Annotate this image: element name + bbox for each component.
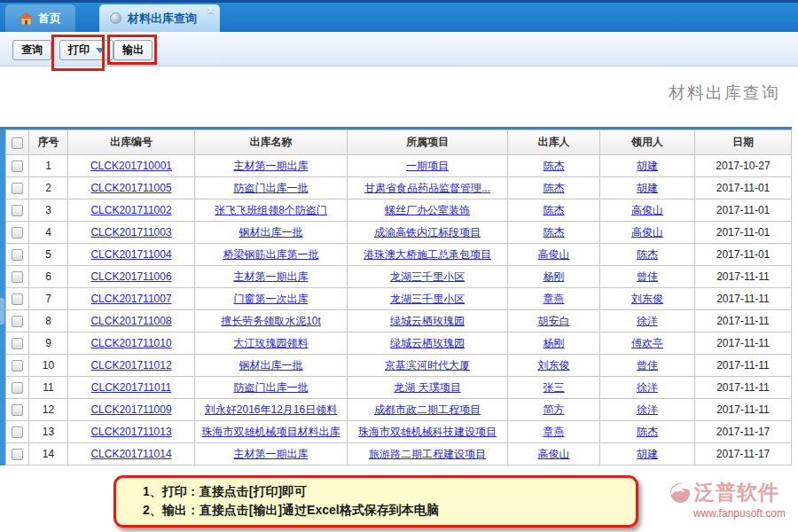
row-checkbox[interactable]	[12, 227, 23, 239]
select-all-checkbox[interactable]	[12, 137, 23, 149]
receiver-link[interactable]: 陈杰	[637, 426, 658, 438]
output-button[interactable]: 输出	[113, 40, 153, 60]
project-link[interactable]: 绿城云栖玫瑰园	[390, 337, 465, 349]
outbound-name-link[interactable]: 刘永好2016年12月16日领料	[205, 403, 337, 416]
issuer-link[interactable]: 章燕	[544, 426, 565, 438]
receiver-link[interactable]: 胡建	[637, 182, 658, 194]
outbound-code-link[interactable]: CLCK201711004	[90, 248, 171, 261]
project-link[interactable]: 甘肃省食品药品监督管理...	[364, 182, 490, 194]
table-row: 3CLCK201711002张飞飞班组领8个防盗门螺丝厂办公室装饰陈杰高俊山20…	[6, 200, 792, 222]
row-checkbox[interactable]	[12, 404, 23, 416]
sphere-icon	[110, 12, 121, 24]
outbound-code-link[interactable]: CLCK201711006	[90, 270, 171, 283]
issuer-link[interactable]: 陈杰	[544, 204, 565, 216]
issuer-link[interactable]: 杨刚	[544, 270, 565, 283]
receiver-link[interactable]: 胡建	[637, 160, 658, 172]
receiver-link[interactable]: 曾佳	[637, 359, 658, 372]
outbound-name-link[interactable]: 珠海市双雄机械项目材料出库	[202, 426, 340, 438]
receiver-link[interactable]: 曾佳	[637, 270, 658, 283]
receiver-link[interactable]: 陈杰	[637, 248, 658, 261]
outbound-code-link[interactable]: CLCK201711005	[90, 182, 171, 194]
query-button[interactable]: 查询	[12, 40, 51, 60]
receiver-link[interactable]: 徐洋	[637, 381, 658, 394]
outbound-code-link[interactable]: CLCK201711002	[90, 204, 171, 216]
outbound-code-link[interactable]: CLCK201711014	[90, 448, 171, 460]
project-link[interactable]: 螺丝厂办公室装饰	[385, 204, 470, 216]
project-link[interactable]: 旅游路二期工程建设项目	[369, 448, 486, 460]
row-checkbox[interactable]	[12, 360, 23, 372]
row-checkbox[interactable]	[12, 449, 23, 460]
issuer-link[interactable]: 杨刚	[544, 337, 565, 349]
project-link[interactable]: 一期项目	[406, 160, 449, 172]
receiver-link[interactable]: 傅欢亭	[631, 337, 663, 349]
issuer-link[interactable]: 简方	[544, 403, 565, 416]
project-link[interactable]: 珠海市双雄机械科技建设项目	[358, 426, 497, 438]
outbound-code-link[interactable]: CLCK201711003	[90, 226, 171, 239]
outbound-code-link[interactable]: CLCK201711012	[90, 359, 171, 372]
row-checkbox[interactable]	[12, 205, 23, 216]
tab-home[interactable]: 首页	[5, 4, 75, 32]
outbound-code-link[interactable]: CLCK201710001	[90, 160, 172, 172]
receiver-link[interactable]: 徐洋	[637, 315, 658, 327]
receiver-link[interactable]: 高俊山	[631, 204, 663, 216]
issuer-link[interactable]: 陈杰	[544, 226, 565, 239]
outbound-name-link[interactable]: 大江玫瑰园领料	[234, 337, 309, 349]
issuer-link[interactable]: 陈杰	[544, 182, 565, 194]
outbound-name-link[interactable]: 钢材出库一批	[239, 359, 303, 372]
project-link[interactable]: 港珠澳大桥施工总承包项目	[364, 248, 491, 261]
project-link[interactable]: 龙湖三千里小区	[390, 270, 465, 283]
row-checkbox[interactable]	[12, 160, 23, 172]
project-link[interactable]: 京基滨河时代大厦	[385, 359, 470, 372]
project-link[interactable]: 龙湖 天璞项目	[394, 381, 460, 394]
issuer-link[interactable]: 陈杰	[544, 160, 565, 172]
row-checkbox[interactable]	[12, 382, 23, 394]
outbound-name-link[interactable]: 防盗门出库一批	[234, 381, 309, 394]
row-checkbox[interactable]	[12, 293, 23, 305]
outbound-code-link[interactable]: CLCK201711010	[90, 337, 171, 349]
panel-collapse-handle[interactable]	[0, 298, 4, 325]
receiver-link[interactable]: 高俊山	[631, 226, 663, 239]
issuer-link[interactable]: 胡安白	[538, 315, 570, 327]
fanpu-logo-icon	[669, 481, 692, 505]
issuer-link[interactable]: 章燕	[544, 293, 565, 305]
row-checkbox[interactable]	[12, 338, 23, 349]
outbound-name-link[interactable]: 擅长劳务领取水泥10t	[221, 315, 321, 327]
outbound-code-link[interactable]: CLCK201711007	[90, 293, 171, 305]
outbound-code-link[interactable]: CLCK201711011	[91, 381, 171, 394]
row-checkbox[interactable]	[12, 271, 23, 283]
project-link[interactable]: 成渝高铁内江标段项目	[374, 226, 481, 239]
issuer-link[interactable]: 高俊山	[538, 448, 570, 460]
tab-material-outbound-query[interactable]: 材料出库查询 ×	[99, 4, 220, 32]
outbound-name-link[interactable]: 主材第一期出库	[234, 270, 309, 283]
outbound-name-link[interactable]: 钢材出库一批	[239, 226, 303, 239]
outbound-code-link[interactable]: CLCK201711009	[90, 403, 171, 416]
close-icon[interactable]: ×	[207, 5, 214, 16]
outbound-name-link[interactable]: 门窗第一次出库	[234, 293, 309, 305]
issuer-link[interactable]: 刘东俊	[538, 359, 570, 372]
outbound-code-link[interactable]: CLCK201711013	[90, 426, 171, 438]
row-checkbox[interactable]	[12, 183, 23, 194]
issuer-link[interactable]: 高俊山	[538, 248, 570, 261]
row-checkbox[interactable]	[12, 249, 23, 261]
issuer-link[interactable]: 张三	[544, 381, 565, 394]
outbound-name-link[interactable]: 主材第一期出库	[234, 160, 309, 172]
outbound-name-link[interactable]: 桥梁钢筋出库第一批	[223, 248, 319, 261]
watermark-brand-text: 泛普软件	[694, 479, 779, 506]
date-cell: 2017-11-11	[695, 266, 792, 288]
project-link[interactable]: 绿城云栖玫瑰园	[390, 315, 465, 327]
receiver-link[interactable]: 胡建	[637, 448, 658, 460]
row-checkbox[interactable]	[12, 426, 23, 438]
home-icon	[20, 12, 33, 25]
print-button[interactable]: 打印	[59, 40, 113, 60]
outbound-code-link[interactable]: CLCK201711008	[90, 315, 171, 327]
project-link[interactable]: 龙湖三千里小区	[390, 293, 465, 305]
receiver-link[interactable]: 刘东俊	[631, 293, 663, 305]
project-link[interactable]: 成都市政二期工程项目	[374, 403, 481, 416]
outbound-name-link[interactable]: 张飞飞班组领8个防盗门	[215, 204, 327, 216]
date-cell: 2017-11-11	[695, 355, 792, 377]
row-number: 5	[29, 244, 68, 266]
row-checkbox[interactable]	[12, 316, 23, 327]
outbound-name-link[interactable]: 主材第一期出库	[234, 448, 309, 460]
outbound-name-link[interactable]: 防盗门出库一批	[234, 182, 309, 194]
receiver-link[interactable]: 徐洋	[637, 403, 658, 416]
